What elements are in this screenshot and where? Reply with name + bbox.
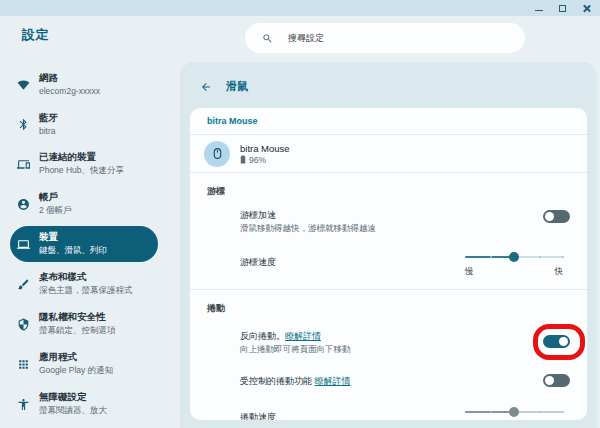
close-button[interactable] [581,3,592,14]
mouse-icon [211,147,224,160]
cursor-acceleration-row: 游標加速 滑鼠移動得越快，游標就移動得越遠 [190,202,587,241]
search-bar[interactable]: 搜尋設定 [245,23,525,53]
battery-percent: 96% [249,155,266,165]
cursor-acceleration-subtitle: 滑鼠移動得越快，游標就移動得越遠 [240,222,571,235]
brush-icon [16,277,30,291]
slider-tick [539,411,541,413]
sidebar-item-personalization[interactable]: 桌布和樣式深色主題，螢幕保護程式 [0,264,180,304]
cursor-speed-slider[interactable] [465,251,563,263]
cursor-acceleration-title: 游標加速 [240,208,571,222]
scroll-speed-slider[interactable] [465,406,563,418]
sidebar-item-network[interactable]: 網路elecom2g-xxxxx [0,64,180,104]
avatar [204,141,230,167]
page-header: 滑鼠 [200,79,248,94]
sidebar-item-connected-devices[interactable]: 已連結的裝置Phone Hub、快速分享 [0,144,180,184]
sidebar-item-bluetooth[interactable]: 藍牙bitra [0,104,180,144]
slider-label-fast: 快 [555,266,564,278]
controlled-scrolling-toggle[interactable] [543,374,570,387]
slider-tick [490,256,492,258]
bluetooth-icon [16,117,30,131]
cursor-speed-row: 游標速度 慢 快 [190,241,587,283]
search-placeholder: 搜尋設定 [288,32,324,45]
slider-tick [562,256,564,258]
learn-more-link[interactable]: 瞭解詳情 [285,331,321,341]
sidebar-item-apps[interactable]: 應用程式Google Play 的通知 [0,344,180,384]
section-label-scroll: 捲動 [190,290,587,319]
slider-tick [539,256,541,258]
cursor-acceleration-toggle[interactable] [543,210,570,223]
maximize-button[interactable] [557,3,568,14]
sidebar-item-privacy[interactable]: 隱私權和安全性螢幕鎖定、控制選項 [0,304,180,344]
laptop-icon [16,237,30,251]
toggle-knob [559,337,568,346]
sidebar-item-accounts[interactable]: 帳戶2 個帳戶 [0,184,180,224]
page-title: 滑鼠 [226,79,248,94]
scroll-speed-slider-block: 慢 快 [465,406,563,420]
reverse-scrolling-title: 反向捲動。瞭解詳情 [240,329,571,343]
controlled-scrolling-row: 受控制的捲動功能 瞭解詳情 [190,362,587,394]
account-icon [16,197,30,211]
app-title: 設定 [22,26,49,44]
sidebar: 網路elecom2g-xxxxx 藍牙bitra 已連結的裝置Phone Hub… [0,64,180,424]
content-pane: 滑鼠 bitra Mouse bitra Mouse 96% 游標 [180,62,597,428]
sidebar-item-accessibility[interactable]: 無障礙設定螢幕閱讀器、放大 [0,384,180,424]
reverse-scrolling-toggle[interactable] [543,335,570,348]
minimize-icon [535,10,543,12]
scroll-speed-row: 捲動速度 慢 快 [190,394,587,420]
device-row[interactable]: bitra Mouse 96% [190,135,587,172]
card-header: bitra Mouse [190,108,587,134]
cursor-speed-slider-block: 慢 快 [465,251,563,278]
toggle-knob [545,376,554,385]
device-name: bitra Mouse [240,143,290,154]
maximize-icon [559,5,566,12]
reverse-scrolling-row: 反向捲動。瞭解詳情 向上捲動即可將頁面向下移動 [190,319,587,362]
settings-window: 設定 搜尋設定 網路elecom2g-xxxxx 藍牙bitra 已連結的裝置P… [0,0,600,428]
close-icon [582,4,591,13]
slider-thumb[interactable] [509,252,519,262]
search-icon [262,33,273,44]
controlled-scrolling-title: 受控制的捲動功能 瞭解詳情 [240,374,571,388]
slider-tick [490,411,492,413]
apps-grid-icon [16,357,30,371]
slider-tick [562,411,564,413]
sidebar-item-device[interactable]: 裝置鍵盤、滑鼠、列印 [10,226,158,262]
battery-icon [240,155,246,164]
accessibility-icon [16,397,30,411]
minimize-button[interactable] [533,3,544,14]
devices-icon [16,157,30,171]
slider-thumb[interactable] [509,407,519,417]
slider-label-slow: 慢 [465,266,474,278]
section-label-cursor: 游標 [190,173,587,202]
shield-icon [16,317,30,331]
toggle-knob [545,212,554,221]
wifi-icon [16,77,30,91]
titlebar [0,0,600,16]
reverse-scrolling-subtitle: 向上捲動即可將頁面向下移動 [240,343,571,356]
back-arrow-icon[interactable] [200,81,212,93]
learn-more-link[interactable]: 瞭解詳情 [315,376,351,386]
mouse-settings-card: bitra Mouse bitra Mouse 96% 游標 游標加速 [190,108,587,420]
